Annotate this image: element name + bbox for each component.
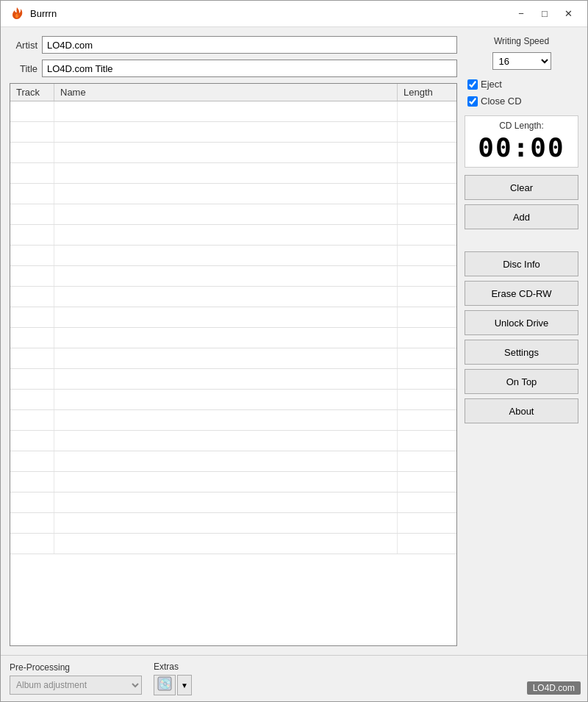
table-row <box>10 348 456 369</box>
cd-length-label: CD Length: <box>471 121 572 131</box>
track-cell <box>10 328 54 348</box>
unlock-drive-button[interactable]: Unlock Drive <box>465 310 578 335</box>
track-cell <box>10 101 54 121</box>
table-row <box>10 451 456 472</box>
length-cell <box>398 328 456 348</box>
extras-section: Extras 💿 ▼ <box>154 662 192 695</box>
length-cell <box>398 348 456 368</box>
album-adjustment-select[interactable]: Album adjustment <box>10 676 142 695</box>
table-row <box>10 410 456 431</box>
name-cell <box>54 184 398 204</box>
artist-row: Artist <box>10 36 457 54</box>
left-panel: Artist Title Track Name Length <box>10 36 457 646</box>
bottom-bar: Pre-Processing Album adjustment Extras 💿 <box>1 655 587 701</box>
close-cd-row: Close CD <box>465 96 578 107</box>
name-cell <box>54 163 398 183</box>
col-track: Track <box>10 84 54 101</box>
track-table-header: Track Name Length <box>10 84 456 101</box>
table-row <box>10 431 456 451</box>
name-cell <box>54 513 398 533</box>
track-cell <box>10 122 54 142</box>
pre-processing-label: Pre-Processing <box>10 662 142 673</box>
name-cell <box>54 493 398 512</box>
about-button[interactable]: About <box>465 398 578 423</box>
track-cell <box>10 451 54 471</box>
table-row <box>10 287 456 307</box>
track-cell <box>10 390 54 409</box>
speed-select-row: 8 16 24 32 40 48 Max <box>465 52 578 70</box>
svg-text:💿: 💿 <box>159 678 172 690</box>
title-row: Title <box>10 60 457 77</box>
name-cell <box>54 246 398 265</box>
extras-icons-row: 💿 ▼ <box>154 675 192 695</box>
table-row <box>10 246 456 266</box>
length-cell <box>398 184 456 204</box>
add-button[interactable]: Add <box>465 204 578 229</box>
track-table: Track Name Length <box>10 83 457 646</box>
watermark: LO4D.com <box>527 681 581 695</box>
title-bar: Burrrn − □ ✕ <box>1 1 587 27</box>
title-input[interactable] <box>42 60 457 77</box>
minimize-button[interactable]: − <box>511 6 531 22</box>
pre-processing-section: Pre-Processing Album adjustment <box>10 662 142 695</box>
close-cd-label: Close CD <box>481 96 522 107</box>
length-cell <box>398 163 456 183</box>
table-row <box>10 307 456 328</box>
on-top-button[interactable]: On Top <box>465 369 578 394</box>
extras-icon-button[interactable]: 💿 <box>154 675 176 695</box>
name-cell <box>54 122 398 142</box>
name-cell <box>54 266 398 286</box>
length-cell <box>398 369 456 389</box>
table-row <box>10 534 456 554</box>
track-cell <box>10 246 54 265</box>
disc-icon: 💿 <box>157 676 173 695</box>
maximize-button[interactable]: □ <box>534 6 555 22</box>
settings-button[interactable]: Settings <box>465 340 578 365</box>
length-cell <box>398 513 456 533</box>
track-cell <box>10 410 54 430</box>
length-cell <box>398 287 456 307</box>
eject-checkbox[interactable] <box>467 79 478 90</box>
clear-button[interactable]: Clear <box>465 175 578 200</box>
track-cell <box>10 348 54 368</box>
window-controls: − □ ✕ <box>511 6 578 22</box>
close-cd-checkbox[interactable] <box>467 96 478 107</box>
length-cell <box>398 307 456 327</box>
speed-select[interactable]: 8 16 24 32 40 48 Max <box>492 52 551 70</box>
artist-input[interactable] <box>42 36 457 54</box>
table-row <box>10 513 456 534</box>
length-cell <box>398 266 456 286</box>
artist-label: Artist <box>10 40 37 51</box>
cd-length-time: 00:00 <box>471 132 572 162</box>
table-row <box>10 493 456 513</box>
table-row <box>10 390 456 410</box>
close-button[interactable]: ✕ <box>558 6 578 22</box>
table-row <box>10 328 456 348</box>
eject-label: Eject <box>481 79 502 90</box>
track-cell <box>10 431 54 451</box>
table-row <box>10 369 456 390</box>
track-cell <box>10 143 54 162</box>
name-cell <box>54 410 398 430</box>
table-row <box>10 472 456 493</box>
col-name: Name <box>54 84 398 101</box>
track-cell <box>10 513 54 533</box>
name-cell <box>54 225 398 245</box>
erase-cd-rw-button[interactable]: Erase CD-RW <box>465 281 578 306</box>
table-row <box>10 266 456 287</box>
table-row <box>10 204 456 225</box>
extras-dropdown-button[interactable]: ▼ <box>177 675 192 695</box>
track-cell <box>10 369 54 389</box>
track-cell <box>10 472 54 492</box>
name-cell <box>54 287 398 307</box>
track-cell <box>10 287 54 307</box>
extras-label: Extras <box>154 662 192 672</box>
length-cell <box>398 143 456 162</box>
name-cell <box>54 431 398 451</box>
track-cell <box>10 493 54 512</box>
cd-icon-svg: 💿 <box>157 676 173 692</box>
disc-info-button[interactable]: Disc Info <box>465 251 578 276</box>
length-cell <box>398 101 456 121</box>
track-rows <box>10 101 456 557</box>
length-cell <box>398 225 456 245</box>
